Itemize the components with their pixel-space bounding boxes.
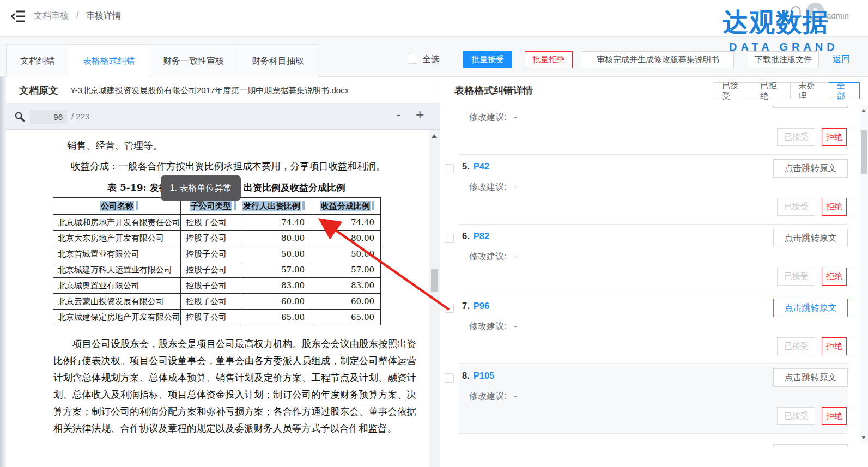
filter-rejected[interactable]: 已拒绝 (752, 82, 791, 99)
filter-all[interactable]: 全部 (829, 82, 860, 99)
suggestion-row: 修改建议:- (469, 391, 517, 402)
detail-panel-title: 表格格式纠错详情 (454, 84, 533, 97)
table-header-cell: 发行人出资比例 (242, 201, 301, 211)
scrollbar-thumb[interactable] (861, 130, 867, 174)
detail-panel: 表格格式纠错详情 已接受 已拒绝 未处理 全部 点击跳转原文 修改建议:- 已接… (440, 77, 860, 467)
detail-list-scrollbar[interactable] (860, 105, 868, 443)
datagrand-logo-en: DATA GRAND (729, 41, 839, 53)
magnifier-icon (14, 111, 25, 124)
suggestion-label: 修改建议: (469, 322, 506, 331)
username-label: admin (827, 11, 849, 20)
item-title: 6.P82 (462, 231, 489, 241)
table-row: 北京城奥置业有限公司控股子公司 83.0083.00 (53, 278, 381, 294)
jump-to-source-button[interactable]: 点击跳转原文 (773, 105, 848, 108)
suggestion-label: 修改建议: (469, 182, 506, 191)
item-index: 7. (462, 301, 470, 311)
next-item-button-edge (773, 444, 848, 447)
status-filter-group: 已接受 已拒绝 未处理 全部 (714, 82, 860, 99)
list-item-partial: 点击跳转原文 修改建议:- 已接受 拒绝 (440, 105, 860, 155)
item-index: 5. (462, 161, 470, 171)
suggestion-row: 修改建议:- (469, 251, 517, 263)
tab-finance-consistency[interactable]: 财务一致性审核 (149, 44, 238, 77)
breadcrumb-current: 审核详情 (86, 10, 121, 22)
reject-button[interactable]: 拒绝 (822, 268, 847, 286)
jump-to-source-button[interactable]: 点击跳转原文 (773, 159, 848, 178)
jump-to-source-button-active[interactable]: 点击跳转原文 (773, 299, 848, 317)
document-toolbar: / 223 - + (6, 104, 440, 130)
back-link[interactable]: 返回 (833, 54, 850, 65)
item-checkbox[interactable] (445, 234, 454, 243)
table-header-cell: 公司名称 (100, 201, 134, 211)
suggestion-value: - (514, 322, 517, 331)
app-window: 文档审核 / 审核详情 admin 达观数据 DATA GRAND 文档纠错 表… (0, 0, 868, 467)
filter-unprocessed[interactable]: 未处理 (790, 82, 829, 99)
suggestion-value: - (514, 391, 517, 401)
suggestion-value: - (514, 112, 517, 122)
item-title: 5.P42 (462, 161, 489, 172)
scroll-down-arrow-icon[interactable] (861, 436, 866, 439)
select-all-checkbox[interactable] (408, 54, 417, 64)
document-panel: 文档原文 Y-3北京城建投资发展股份有限公司2017年度第一期中期票据募集说明书… (6, 77, 440, 467)
item-page-link[interactable]: P42 (474, 161, 489, 171)
item-index: 8. (462, 371, 470, 380)
suggestion-label: 修改建议: (469, 391, 506, 401)
breadcrumb-parent[interactable]: 文档审核 (34, 10, 69, 22)
accepted-button[interactable]: 已接受 (777, 407, 815, 425)
item-checkbox[interactable] (445, 373, 454, 383)
doc-text-line: 收益分成：一般各合作方按出资比例承担成本费用，分享项目收益和利润。 (71, 160, 386, 173)
tab-doc-correction[interactable]: 文档纠错 (6, 44, 69, 77)
item-checkbox[interactable] (445, 304, 454, 313)
document-panel-header: 文档原文 Y-3北京城建投资发展股份有限公司2017年度第一期中期票据募集说明书… (6, 77, 440, 104)
item-page-link[interactable]: P96 (474, 301, 489, 311)
download-annotated-button[interactable]: 下载批注版文件 (748, 51, 819, 68)
table-row: 北京云蒙山投资发展有限公司控股子公司 60.0060.00 (53, 294, 381, 310)
filter-accepted[interactable]: 已接受 (714, 82, 752, 99)
reject-button[interactable]: 拒绝 (822, 337, 847, 355)
table-row: 北京大东房地产开发有限公司控股子公司 80.0080.00 (53, 231, 381, 246)
scrollbar-thumb[interactable] (431, 269, 438, 292)
table-caption-right: 出资比例及收益分成比例 (244, 181, 345, 194)
item-checkbox[interactable] (445, 164, 454, 173)
suggestion-label: 修改建议: (469, 112, 506, 122)
reject-button[interactable]: 拒绝 (822, 407, 847, 425)
jump-to-source-button[interactable]: 点击跳转原文 (773, 368, 848, 387)
suggestion-value: - (514, 182, 517, 191)
item-page-link[interactable]: P82 (474, 231, 489, 241)
finish-generate-button[interactable]: 审核完成并生成修改版募集说明书 (582, 51, 734, 68)
table-row: 北京首城置业有限公司控股子公司 50.0050.00 (53, 246, 381, 262)
collapse-menu-icon[interactable] (11, 9, 27, 23)
list-item: 6.P82 点击跳转原文 修改建议:- 已接受 拒绝 (440, 225, 860, 295)
accepted-button[interactable]: 已接受 (777, 268, 815, 286)
zoom-out-button[interactable]: - (396, 106, 401, 123)
scroll-up-arrow-icon[interactable] (432, 134, 437, 138)
zoom-in-button[interactable]: + (416, 106, 424, 123)
batch-reject-button[interactable]: 批量拒绝 (525, 51, 573, 68)
reject-button[interactable]: 拒绝 (822, 198, 847, 216)
zoom-separator (409, 109, 409, 123)
table-header-cell: 收益分成比例 (320, 201, 371, 211)
item-page-link[interactable]: P105 (474, 371, 495, 380)
accepted-button[interactable]: 已接受 (777, 337, 815, 355)
page-number-input[interactable] (30, 110, 67, 124)
item-index: 6. (462, 231, 470, 241)
accepted-button[interactable]: 已接受 (777, 198, 815, 216)
tab-finance-subject-extraction[interactable]: 财务科目抽取 (238, 44, 318, 77)
document-scrollbar[interactable] (429, 130, 440, 467)
list-item: 5.P42 点击跳转原文 修改建议:- 已接受 拒绝 (440, 155, 860, 225)
accepted-button[interactable]: 已接受 (777, 128, 815, 146)
equity-ratio-table: 公司名称 子公司类型 发行人出资比例 收益分成比例 北京城和房地产开发有限责任公… (53, 197, 381, 325)
annotation-caret (136, 201, 138, 210)
tab-table-format-correction[interactable]: 表格格式纠错 (69, 44, 149, 77)
item-title: 8.P105 (462, 371, 494, 381)
item-title: 7.P96 (462, 301, 489, 311)
reject-button[interactable]: 拒绝 (822, 128, 847, 146)
suggestion-label: 修改建议: (469, 252, 506, 261)
page-total-label: / 223 (71, 112, 89, 121)
table-row: 北京城和房地产开发有限责任公司控股子公司 74.4074.40 (53, 215, 381, 231)
suggestion-row: 修改建议:- (469, 321, 517, 332)
document-page[interactable]: 销售、经营、管理等。 收益分成：一般各合作方按出资比例承担成本费用，分享项目收益… (6, 130, 429, 467)
scroll-up-arrow-icon[interactable] (861, 109, 866, 112)
jump-to-source-button[interactable]: 点击跳转原文 (773, 229, 848, 247)
detail-panel-header: 表格格式纠错详情 已接受 已拒绝 未处理 全部 (440, 77, 860, 105)
batch-accept-button[interactable]: 批量接受 (463, 51, 512, 68)
